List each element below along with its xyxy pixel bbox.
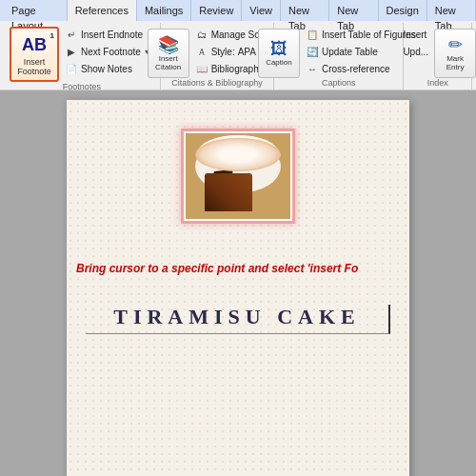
insert-table-of-figures-icon: 📋 <box>306 30 319 40</box>
show-notes-button[interactable]: 📄 Show Notes <box>61 61 154 77</box>
mark-entry-button[interactable]: ✏ Mark Entry <box>434 29 476 78</box>
svg-point-4 <box>234 139 242 147</box>
index-group-label: Index <box>427 78 448 89</box>
bibliography-label: Bibliography <box>211 64 264 74</box>
cake-image <box>186 133 290 219</box>
svg-point-1 <box>195 140 281 193</box>
captions-group: 🖼 Caption 📋 Insert Table of Figures 🔄 Up… <box>274 23 404 89</box>
tab-references[interactable]: References <box>68 0 137 21</box>
next-footnote-label: Next Footnote <box>81 47 141 57</box>
insert-caption-label: Caption <box>266 59 292 68</box>
insert-index-button[interactable]: Insert <box>399 27 432 43</box>
tab-new-tab-2[interactable]: New Tab <box>329 0 378 21</box>
style-icon: Ａ <box>195 46 208 59</box>
tab-review[interactable]: Review <box>191 0 242 21</box>
tab-view[interactable]: View <box>242 0 281 21</box>
tab-new-tab-1[interactable]: New Tab <box>281 0 329 21</box>
cross-reference-label: Cross-reference <box>322 64 390 74</box>
document-title[interactable]: TIRAMISU CAKE <box>86 305 390 334</box>
show-notes-label: Show Notes <box>81 64 132 74</box>
insert-footnote-icon: AB1 <box>19 31 50 58</box>
ab-text: AB1 <box>22 36 47 53</box>
insert-endnote-label: Insert Endnote <box>81 30 143 40</box>
insert-footnote-label: Insert Footnote <box>13 58 55 77</box>
footnotes-group: AB1 Insert Footnote ↵ Insert Endnote ▶ N… <box>4 23 161 89</box>
svg-point-2 <box>198 135 278 169</box>
footnotes-group-label: Footnotes <box>63 82 101 93</box>
insert-index-label: Insert <box>403 30 426 40</box>
footnotes-small-buttons: ↵ Insert Endnote ▶ Next Footnote ▼ 📄 Sho… <box>61 27 154 77</box>
cross-reference-icon: ↔ <box>306 64 319 74</box>
captions-group-label: Captions <box>322 78 356 89</box>
index-group-content: Insert Upd... ✏ Mark Entry <box>399 25 476 78</box>
citations-group-label: Citations & Bibliography <box>171 78 263 89</box>
document-area: Bring cursor to a specific point and sel… <box>0 90 476 476</box>
tab-mailings[interactable]: Mailings <box>137 0 191 21</box>
tab-design[interactable]: Design <box>379 0 427 21</box>
insert-endnote-icon: ↵ <box>65 30 78 40</box>
ribbon: Page Layout References Mailings Review V… <box>0 0 476 90</box>
insert-citation-icon: 📚 <box>158 34 179 55</box>
manage-sources-icon: 🗂 <box>195 30 208 40</box>
captions-group-content: 🖼 Caption 📋 Insert Table of Figures 🔄 Up… <box>258 25 420 78</box>
bibliography-icon: 📖 <box>195 64 208 74</box>
next-footnote-icon: ▶ <box>65 47 78 57</box>
insert-endnote-button[interactable]: ↵ Insert Endnote <box>61 27 154 43</box>
footnotes-group-content: AB1 Insert Footnote ↵ Insert Endnote ▶ N… <box>10 25 154 82</box>
update-index-button[interactable]: Upd... <box>399 44 432 60</box>
svg-point-5 <box>247 143 254 150</box>
insert-caption-icon: 🖼 <box>270 39 288 59</box>
insert-footnote-button[interactable]: AB1 Insert Footnote <box>10 27 59 82</box>
cake-svg <box>186 133 290 219</box>
svg-point-3 <box>219 142 228 151</box>
index-group: Insert Upd... ✏ Mark Entry Index <box>404 23 472 89</box>
mark-entry-label: Mark Entry <box>437 55 473 72</box>
update-table-icon: 🔄 <box>306 47 319 57</box>
insert-citation-button[interactable]: 📚 Insert Citation <box>148 29 189 78</box>
ribbon-content: AB1 Insert Footnote ↵ Insert Endnote ▶ N… <box>0 21 476 89</box>
update-table-label: Update Table <box>322 47 378 57</box>
show-notes-icon: 📄 <box>65 64 78 74</box>
next-footnote-button[interactable]: ▶ Next Footnote ▼ <box>61 44 154 60</box>
insert-citation-label: Insert Citation <box>150 55 187 72</box>
instruction-text: Bring cursor to a specific point and sel… <box>76 262 400 275</box>
update-index-label: Upd... <box>403 47 428 57</box>
style-label: Style: <box>211 47 235 57</box>
index-small-buttons: Insert Upd... <box>399 27 432 60</box>
ribbon-tab-bar: Page Layout References Mailings Review V… <box>0 0 476 21</box>
insert-caption-button[interactable]: 🖼 Caption <box>258 29 300 78</box>
document-page[interactable]: Bring cursor to a specific point and sel… <box>67 100 409 476</box>
tab-page-layout[interactable]: Page Layout <box>4 0 68 21</box>
mark-entry-icon: ✏ <box>448 34 463 55</box>
tab-new-tab-3[interactable]: New Tab <box>427 0 476 21</box>
cake-image-container <box>181 129 295 224</box>
